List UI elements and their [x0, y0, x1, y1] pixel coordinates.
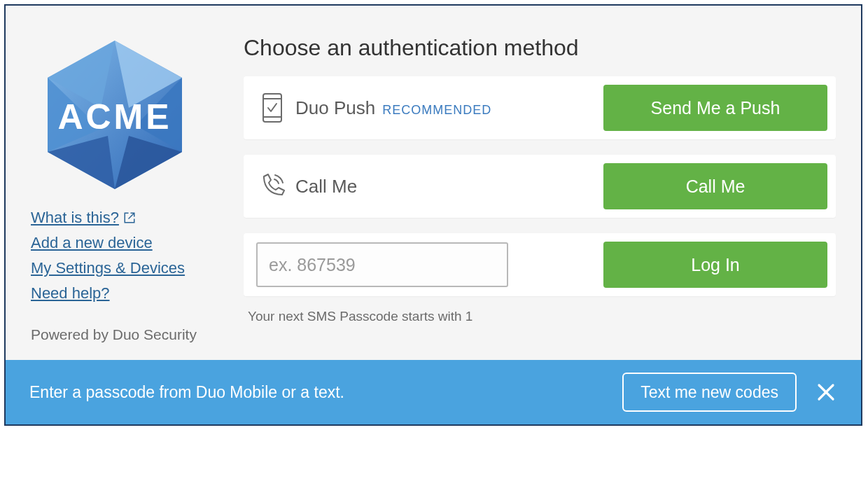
link-need-help[interactable]: Need help?: [31, 284, 213, 303]
call-me-button[interactable]: Call Me: [603, 163, 827, 209]
method-label-wrap: Call Me: [288, 176, 603, 197]
method-row-passcode: Log In: [244, 233, 836, 296]
recommended-badge: RECOMMENDED: [382, 103, 491, 118]
method-row-call: Call Me Call Me: [244, 155, 836, 218]
phone-call-icon: [256, 172, 288, 200]
acme-logo-icon: ACME: [31, 31, 199, 199]
link-add-device[interactable]: Add a new device: [31, 234, 213, 252]
link-label: Need help?: [31, 284, 110, 303]
auth-prompt-frame: ACME What is this? Add a new device My S…: [4, 4, 862, 426]
link-what-is-this[interactable]: What is this?: [31, 209, 213, 227]
method-label: Duo Push: [295, 97, 375, 119]
sidebar: ACME What is this? Add a new device My S…: [31, 31, 213, 343]
phone-check-icon: [256, 92, 288, 123]
log-in-button[interactable]: Log In: [603, 242, 827, 288]
passcode-hint: Your next SMS Passcode starts with 1: [248, 309, 836, 324]
close-icon: [817, 383, 835, 401]
notification-message: Enter a passcode from Duo Mobile or a te…: [29, 383, 622, 402]
link-label: My Settings & Devices: [31, 259, 185, 277]
org-logo: ACME: [31, 31, 199, 199]
method-label-wrap: Duo Push RECOMMENDED: [288, 97, 603, 119]
method-label: Call Me: [295, 176, 357, 197]
method-row-push: Duo Push RECOMMENDED Send Me a Push: [244, 76, 836, 139]
main-area: ACME What is this? Add a new device My S…: [6, 6, 861, 360]
main-column: Choose an authentication method Duo Push…: [244, 31, 836, 343]
logo-text: ACME: [57, 97, 172, 137]
link-label: What is this?: [31, 209, 119, 227]
sidebar-links: What is this? Add a new device My Settin…: [31, 209, 213, 303]
external-link-icon: [123, 211, 136, 224]
passcode-input[interactable]: [256, 242, 508, 287]
powered-by: Powered by Duo Security: [31, 326, 213, 343]
link-my-settings[interactable]: My Settings & Devices: [31, 259, 213, 277]
notification-bar: Enter a passcode from Duo Mobile or a te…: [6, 360, 861, 424]
link-label: Add a new device: [31, 234, 153, 252]
close-button[interactable]: [811, 377, 841, 408]
page-title: Choose an authentication method: [244, 35, 836, 61]
send-push-button[interactable]: Send Me a Push: [603, 85, 827, 131]
text-new-codes-button[interactable]: Text me new codes: [622, 373, 797, 412]
